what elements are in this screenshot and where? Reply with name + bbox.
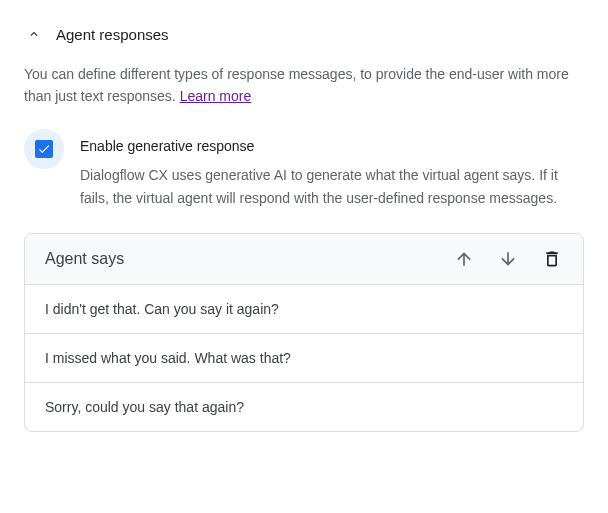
move-down-icon[interactable] bbox=[497, 248, 519, 270]
move-up-icon[interactable] bbox=[453, 248, 475, 270]
checkbox-checked-icon bbox=[35, 140, 53, 158]
description-text: You can define different types of respon… bbox=[24, 66, 569, 104]
table-header-actions bbox=[453, 248, 563, 270]
table-row[interactable]: I didn't get that. Can you say it again? bbox=[25, 285, 583, 334]
enable-generative-checkbox[interactable] bbox=[24, 129, 64, 169]
checkbox-description: Dialogflow CX uses generative AI to gene… bbox=[80, 164, 584, 209]
section-header: Agent responses bbox=[24, 24, 584, 44]
learn-more-link[interactable]: Learn more bbox=[180, 88, 252, 104]
enable-generative-row: Enable generative response Dialogflow CX… bbox=[24, 129, 584, 209]
table-row[interactable]: Sorry, could you say that again? bbox=[25, 383, 583, 431]
checkbox-content: Enable generative response Dialogflow CX… bbox=[80, 129, 584, 209]
section-description: You can define different types of respon… bbox=[24, 64, 584, 107]
table-header-title: Agent says bbox=[45, 250, 124, 268]
checkbox-label: Enable generative response bbox=[80, 138, 584, 154]
section-title: Agent responses bbox=[56, 26, 169, 43]
table-header: Agent says bbox=[25, 234, 583, 285]
agent-says-table: Agent says I didn't get that. Can you sa… bbox=[24, 233, 584, 432]
chevron-up-icon[interactable] bbox=[24, 24, 44, 44]
delete-icon[interactable] bbox=[541, 248, 563, 270]
table-row[interactable]: I missed what you said. What was that? bbox=[25, 334, 583, 383]
